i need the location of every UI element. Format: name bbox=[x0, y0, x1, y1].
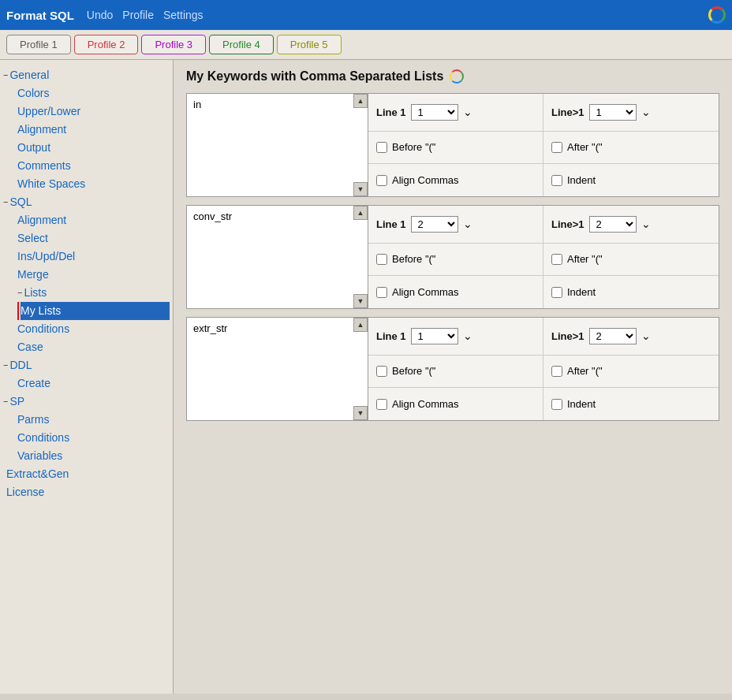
sidebar-item-upperlower[interactable]: Upper/Lower bbox=[17, 102, 170, 121]
linegt1-select-1[interactable]: 12345 bbox=[589, 104, 637, 121]
indent-cell-3: Indent bbox=[543, 388, 719, 420]
sidebar-item-sp-conditions[interactable]: Conditions bbox=[17, 429, 170, 447]
indent-cell-1: Indent bbox=[543, 164, 719, 196]
sidebar-item-ddl[interactable]: − DDL bbox=[3, 356, 170, 374]
after-paren-label-1[interactable]: After "(" bbox=[551, 141, 603, 153]
keyword-input-1[interactable]: in bbox=[190, 97, 364, 193]
sidebar-group-general: − General Colors Upper/Lower Alignment O… bbox=[3, 66, 170, 193]
settings-menu-item[interactable]: Settings bbox=[163, 9, 204, 21]
sidebar-label-ddl: DDL bbox=[9, 357, 32, 374]
sidebar-children-ddl: Create bbox=[3, 374, 170, 393]
align-commas-check-1[interactable] bbox=[376, 175, 387, 186]
profile-tab-4[interactable]: Profile 4 bbox=[209, 35, 274, 54]
linegt1-select-3[interactable]: 12345 bbox=[589, 328, 637, 344]
sidebar-label-sp: SP bbox=[9, 393, 24, 410]
sidebar-item-case[interactable]: Case bbox=[17, 338, 170, 356]
sidebar-item-output[interactable]: Output bbox=[17, 139, 170, 157]
scroll-down-1[interactable]: ▼ bbox=[353, 182, 368, 196]
linegt1-chevron-2: ⌄ bbox=[641, 218, 651, 230]
after-paren-text-1: After "(" bbox=[567, 141, 603, 153]
before-paren-text-2: Before "(" bbox=[392, 253, 435, 265]
after-paren-cell-1: After "(" bbox=[543, 132, 719, 165]
indent-text-1: Indent bbox=[567, 174, 596, 186]
sidebar-item-ins-upd-del[interactable]: Ins/Upd/Del bbox=[17, 248, 170, 266]
line1-select-2[interactable]: 12345 bbox=[411, 216, 458, 233]
scroll-up-1[interactable]: ▲ bbox=[353, 94, 368, 108]
sidebar-item-comments[interactable]: Comments bbox=[17, 157, 170, 175]
profile-menu-item[interactable]: Profile bbox=[122, 9, 154, 21]
sidebar-item-select[interactable]: Select bbox=[17, 229, 170, 248]
scroll-up-2[interactable]: ▲ bbox=[353, 206, 368, 220]
sidebar-item-colors[interactable]: Colors bbox=[17, 84, 170, 102]
keyword-input-2[interactable]: conv_str bbox=[190, 209, 364, 305]
line1-select-1[interactable]: 12345 bbox=[411, 104, 458, 121]
profile-tab-2[interactable]: Profile 2 bbox=[74, 35, 139, 54]
before-paren-check-1[interactable] bbox=[376, 142, 387, 153]
sidebar-item-lists[interactable]: − Lists bbox=[17, 284, 170, 302]
align-commas-label-1[interactable]: Align Commas bbox=[376, 174, 459, 186]
sidebar-item-license[interactable]: License bbox=[3, 483, 170, 501]
after-paren-label-2[interactable]: After "(" bbox=[551, 253, 603, 265]
title-bar: Format SQL Undo Profile Settings bbox=[0, 0, 732, 30]
before-paren-label-3[interactable]: Before "(" bbox=[376, 365, 435, 377]
before-paren-check-3[interactable] bbox=[376, 366, 387, 377]
after-paren-check-1[interactable] bbox=[551, 142, 562, 153]
sidebar-item-extract-gen[interactable]: Extract&Gen bbox=[3, 465, 170, 483]
indent-label-1[interactable]: Indent bbox=[551, 174, 596, 186]
linegt1-select-2[interactable]: 12345 bbox=[589, 216, 637, 233]
keyword-textarea-2: conv_str ▲ ▼ bbox=[187, 206, 368, 308]
keyword-input-3[interactable]: extr_str bbox=[190, 321, 364, 417]
sidebar-item-sql-alignment[interactable]: Alignment bbox=[17, 211, 170, 229]
indent-check-1[interactable] bbox=[551, 175, 562, 186]
undo-menu-item[interactable]: Undo bbox=[87, 9, 113, 21]
scroll-down-2[interactable]: ▼ bbox=[353, 294, 368, 308]
sidebar-item-general[interactable]: − General bbox=[3, 66, 170, 84]
indent-check-2[interactable] bbox=[551, 287, 562, 298]
sidebar-item-my-lists[interactable]: My Lists bbox=[21, 302, 170, 320]
indent-label-2[interactable]: Indent bbox=[551, 286, 596, 298]
linegt1-label-2: Line>1 bbox=[551, 218, 584, 230]
before-paren-cell-2: Before "(" bbox=[368, 244, 543, 277]
line1-chevron-1: ⌄ bbox=[463, 106, 472, 118]
after-paren-text-3: After "(" bbox=[567, 365, 603, 377]
sidebar-label-sp-conditions: Conditions bbox=[17, 430, 69, 446]
align-commas-label-2[interactable]: Align Commas bbox=[376, 286, 459, 298]
line1-label-2: Line 1 bbox=[376, 218, 406, 230]
sidebar-item-sql[interactable]: − SQL bbox=[3, 193, 170, 211]
sidebar-label-sql-alignment: Alignment bbox=[17, 212, 66, 229]
sidebar-item-variables[interactable]: Variables bbox=[17, 447, 170, 465]
after-paren-label-3[interactable]: After "(" bbox=[551, 365, 603, 377]
scroll-up-3[interactable]: ▲ bbox=[353, 318, 368, 332]
profile-tab-1[interactable]: Profile 1 bbox=[6, 35, 71, 54]
profile-tab-5[interactable]: Profile 5 bbox=[277, 35, 342, 54]
after-paren-check-3[interactable] bbox=[551, 366, 562, 377]
keyword-row-1: in ▲ ▼ Line 1 12345 ⌄ Line>1 12345 bbox=[186, 93, 719, 197]
profile-tab-3[interactable]: Profile 3 bbox=[141, 35, 206, 54]
line1-select-3[interactable]: 12345 bbox=[411, 328, 458, 344]
before-paren-cell-1: Before "(" bbox=[368, 132, 543, 165]
sidebar-label-select: Select bbox=[17, 230, 48, 247]
linegt1-chevron-1: ⌄ bbox=[641, 106, 651, 118]
indent-check-3[interactable] bbox=[551, 399, 562, 410]
sidebar-item-parms[interactable]: Parms bbox=[17, 411, 170, 429]
sidebar-item-conditions[interactable]: Conditions bbox=[17, 320, 170, 338]
toggle-sp: − bbox=[3, 395, 8, 408]
line1-label-1: Line 1 bbox=[376, 106, 406, 118]
sidebar-item-sp[interactable]: − SP bbox=[3, 393, 170, 411]
sidebar-item-alignment[interactable]: Alignment bbox=[17, 121, 170, 139]
align-commas-check-2[interactable] bbox=[376, 287, 387, 298]
scroll-down-3[interactable]: ▼ bbox=[353, 406, 368, 420]
before-paren-label-1[interactable]: Before "(" bbox=[376, 141, 435, 153]
before-paren-cell-3: Before "(" bbox=[368, 356, 543, 389]
after-paren-check-2[interactable] bbox=[551, 254, 562, 265]
sidebar-item-create[interactable]: Create bbox=[17, 374, 170, 393]
align-commas-check-3[interactable] bbox=[376, 399, 387, 410]
sidebar-label-case: Case bbox=[17, 339, 43, 356]
sidebar-item-whitespaces[interactable]: White Spaces bbox=[17, 175, 170, 193]
before-paren-check-2[interactable] bbox=[376, 254, 387, 265]
indent-label-3[interactable]: Indent bbox=[551, 398, 596, 410]
sidebar-label-merge: Merge bbox=[17, 266, 49, 283]
before-paren-label-2[interactable]: Before "(" bbox=[376, 253, 435, 265]
align-commas-label-3[interactable]: Align Commas bbox=[376, 398, 459, 410]
sidebar-item-merge[interactable]: Merge bbox=[17, 266, 170, 284]
